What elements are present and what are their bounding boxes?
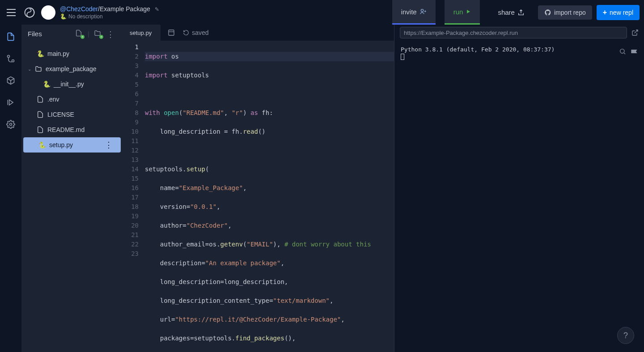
github-icon bbox=[544, 9, 551, 16]
chevron-down-icon: ⌄ bbox=[28, 67, 31, 72]
line-gutter: 1234567891011121314151617181920212223 bbox=[121, 41, 145, 352]
file-item-example-package[interactable]: ⌄ example_package bbox=[21, 61, 121, 76]
console-prompt bbox=[401, 53, 638, 60]
svg-point-3 bbox=[12, 60, 14, 62]
project-name: Example Package bbox=[100, 5, 150, 13]
files-rail-icon[interactable] bbox=[5, 31, 16, 42]
invite-button[interactable]: invite bbox=[392, 0, 436, 25]
packages-rail-icon[interactable] bbox=[5, 75, 16, 86]
plus-icon: + bbox=[603, 8, 607, 17]
folder-icon bbox=[35, 65, 42, 72]
file-item-main-py[interactable]: 🐍 main.py bbox=[21, 46, 121, 61]
cursor-icon bbox=[401, 54, 404, 60]
saved-status: saved bbox=[183, 29, 208, 36]
python-file-icon: 🐍 bbox=[43, 81, 50, 88]
tag-icon[interactable] bbox=[631, 48, 638, 55]
editor-tabs: setup.py saved bbox=[121, 25, 394, 41]
username-link[interactable]: @ChezCoder bbox=[60, 5, 98, 13]
debug-rail-icon[interactable] bbox=[5, 97, 16, 108]
file-item-init-py[interactable]: 🐍 __init__.py bbox=[21, 76, 121, 92]
new-folder-icon[interactable]: + bbox=[94, 30, 102, 38]
file-icon bbox=[37, 126, 44, 133]
svg-point-4 bbox=[10, 123, 12, 126]
history-icon bbox=[183, 30, 189, 36]
file-icon bbox=[37, 96, 44, 103]
hamburger-menu-icon[interactable] bbox=[4, 6, 18, 19]
file-more-icon[interactable]: ⋮ bbox=[105, 140, 114, 150]
code-content[interactable]: import os import setuptools with open("R… bbox=[145, 41, 394, 352]
run-button[interactable]: run bbox=[445, 0, 480, 25]
svg-point-1 bbox=[421, 9, 423, 12]
open-external-icon[interactable] bbox=[631, 29, 639, 36]
header-center-actions: invite run share bbox=[392, 0, 534, 25]
import-repo-button[interactable]: import repo bbox=[538, 5, 592, 20]
file-tree: Files + | + ⋮ 🐍 main.py ⌄ example_packag… bbox=[21, 25, 121, 352]
console-line: Python 3.8.1 (default, Feb 2 2020, 08:37… bbox=[401, 46, 638, 53]
files-label: Files bbox=[28, 30, 42, 38]
console-output[interactable]: Python 3.8.1 (default, Feb 2 2020, 08:37… bbox=[394, 41, 644, 352]
output-url-input[interactable] bbox=[400, 27, 627, 38]
pencil-icon[interactable]: ✎ bbox=[155, 6, 159, 13]
replit-logo-icon[interactable] bbox=[22, 5, 37, 20]
settings-rail-icon[interactable] bbox=[5, 119, 16, 130]
share-button[interactable]: share bbox=[489, 0, 534, 25]
svg-line-8 bbox=[624, 53, 625, 54]
header-right-actions: import repo + new repl bbox=[538, 5, 640, 20]
editor-tab-setup-py[interactable]: setup.py bbox=[121, 25, 161, 41]
editor-pane: setup.py saved 1234567891011121314151617… bbox=[121, 25, 394, 352]
version-control-rail-icon[interactable] bbox=[5, 53, 16, 64]
new-file-icon[interactable]: + bbox=[75, 30, 83, 38]
new-repl-button[interactable]: + new repl bbox=[597, 5, 640, 20]
svg-point-7 bbox=[620, 49, 624, 53]
file-icon bbox=[37, 111, 44, 118]
project-description: 🐍 No description bbox=[60, 13, 159, 20]
file-item-readme[interactable]: README.md bbox=[21, 122, 121, 137]
output-header bbox=[394, 25, 644, 41]
file-item-env[interactable]: .env bbox=[21, 92, 121, 107]
svg-rect-5 bbox=[169, 30, 174, 35]
left-rail bbox=[0, 25, 21, 352]
code-editor[interactable]: 1234567891011121314151617181920212223 im… bbox=[121, 41, 394, 352]
user-plus-icon bbox=[419, 8, 427, 15]
play-icon bbox=[466, 9, 471, 14]
header: @ChezCoder/Example Package ✎ 🐍 No descri… bbox=[0, 0, 644, 25]
file-item-setup-py[interactable]: 🐍 setup.py ⋮ bbox=[23, 137, 121, 153]
project-info: @ChezCoder/Example Package ✎ 🐍 No descri… bbox=[60, 5, 159, 20]
search-icon[interactable] bbox=[619, 48, 626, 55]
file-tree-header: Files + | + ⋮ bbox=[21, 25, 121, 42]
file-tree-more-icon[interactable]: ⋮ bbox=[106, 30, 114, 38]
help-button[interactable]: ? bbox=[617, 327, 634, 344]
share-icon bbox=[517, 9, 525, 16]
output-pane: Python 3.8.1 (default, Feb 2 2020, 08:37… bbox=[394, 25, 644, 352]
file-list: 🐍 main.py ⌄ example_package 🐍 __init__.p… bbox=[21, 42, 121, 153]
avatar[interactable] bbox=[41, 5, 55, 20]
python-file-icon: 🐍 bbox=[38, 141, 46, 148]
layout-icon[interactable] bbox=[166, 27, 177, 38]
project-title: @ChezCoder/Example Package ✎ bbox=[60, 5, 159, 13]
svg-point-2 bbox=[8, 55, 10, 58]
python-icon: 🐍 bbox=[60, 13, 67, 20]
python-file-icon: 🐍 bbox=[37, 50, 44, 57]
file-item-license[interactable]: LICENSE bbox=[21, 107, 121, 122]
